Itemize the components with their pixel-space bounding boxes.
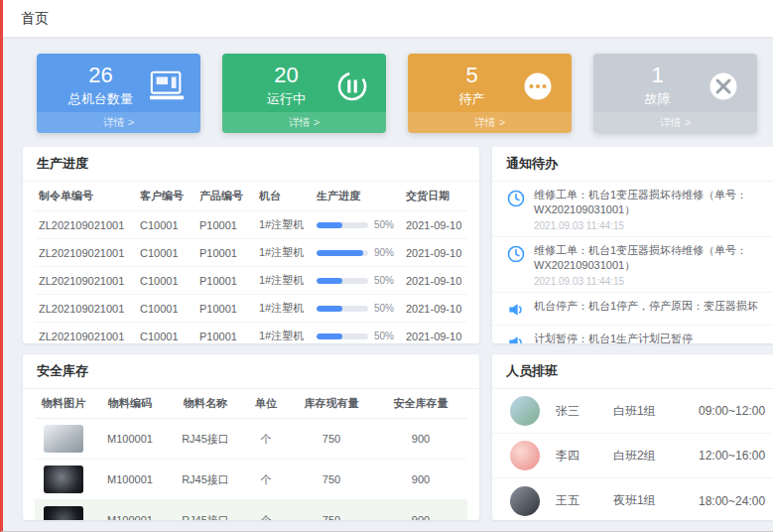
staff-shift: 夜班1组: [613, 492, 699, 509]
notification-content: 机台停产：机台1停产，停产原因：变压器损坏: [534, 299, 758, 320]
progress-track: [317, 250, 368, 256]
progress-label: 50%: [374, 219, 394, 230]
speaker-icon: [506, 300, 526, 320]
stat-card-info: 5 待产: [424, 64, 520, 108]
column-header: 库存现有量: [289, 389, 374, 419]
speaker-icon: [506, 332, 526, 343]
panel-title: 安全库存: [23, 354, 479, 389]
progress-fill: [317, 250, 363, 256]
table-header-row: 物料图片 物料编码 物料名称 单位 库存现有量 安全库存量: [35, 389, 467, 419]
cell-stock: 750: [289, 500, 374, 521]
cell-product: P10001: [195, 211, 255, 239]
cell-name: RJ45接口: [168, 500, 243, 521]
cell-material-image: [35, 419, 92, 460]
progress-track: [317, 306, 368, 312]
stat-label: 故障: [609, 90, 706, 108]
cell-date: 2021-09-10: [402, 239, 467, 267]
staff-schedule-panel: 人员排班 张三 白班1组 09:00~12:00 李四 白班2组 12:00~1…: [492, 354, 773, 520]
column-header: 制令单编号: [35, 182, 136, 211]
connector-photo: [44, 466, 83, 493]
main-content: 生产进度 制令单编号 客户编号 产品编号 机台 生产进度 交货日期 ZL2021: [3, 133, 773, 520]
column-header: 机台: [255, 182, 313, 211]
notification-item[interactable]: 维修工单：机台1变压器损坏待维修（单号：WX202109031001） 2021…: [492, 237, 773, 293]
cell-safety: 900: [374, 460, 467, 500]
cell-progress: 50%: [313, 267, 402, 295]
cell-name: RJ45接口: [168, 419, 243, 460]
stat-value: 1: [609, 64, 706, 87]
stat-card-fault[interactable]: 1 故障 详情 >: [593, 54, 757, 133]
cell-machine: 1#注塑机: [255, 295, 313, 323]
avatar: [510, 441, 540, 470]
stat-label: 运行中: [238, 90, 334, 108]
cell-progress: 90%: [313, 239, 402, 267]
column-header: 交货日期: [402, 182, 467, 211]
table-row: ZL202109021001 C10001 P10001 1#注塑机 50% 2…: [35, 295, 467, 323]
stat-card-body: 20 运行中: [222, 54, 386, 112]
cell-progress: 50%: [313, 211, 402, 239]
notification-item[interactable]: 计划暂停：机台1生产计划已暂停 2021.09.03 11:44:15: [492, 326, 773, 343]
detail-link[interactable]: 详情 >: [593, 112, 757, 133]
cell-customer: C10001: [136, 211, 195, 239]
table-row: M100001 RJ45接口 个 750 900: [35, 419, 467, 460]
progress-label: 50%: [374, 275, 394, 286]
cell-customer: C10001: [136, 295, 195, 323]
notification-item[interactable]: 机台停产：机台1停产，停产原因：变压器损坏: [492, 293, 773, 326]
detail-link[interactable]: 详情 >: [222, 112, 386, 133]
progress-fill: [317, 333, 342, 339]
production-progress-panel: 生产进度 制令单编号 客户编号 产品编号 机台 生产进度 交货日期 ZL2021: [23, 147, 479, 343]
stat-card-info: 1 故障: [609, 64, 706, 108]
avatar: [510, 486, 540, 516]
staff-shift: 白班1组: [613, 403, 699, 420]
notification-time: 2021.09.03 11:44:15: [534, 220, 773, 231]
stat-value: 20: [238, 64, 334, 87]
column-header: 物料名称: [168, 389, 243, 419]
table-row: ZL202109021001 C10001 P10001 1#注塑机 50% 2…: [35, 211, 467, 239]
progress-bar: 90%: [317, 247, 398, 258]
cell-order: ZL202109021001: [35, 295, 136, 323]
column-header: 生产进度: [313, 182, 402, 211]
notification-time: 2021.09.03 11:44:15: [534, 276, 773, 287]
cell-machine: 1#注塑机: [255, 323, 313, 344]
cell-safety: 900: [374, 500, 467, 521]
cell-date: 2021-09-10: [402, 267, 467, 295]
cell-code: M100001: [92, 460, 168, 500]
stat-card-info: 20 运行中: [238, 64, 334, 108]
cell-product: P10001: [195, 295, 255, 323]
stat-value: 26: [53, 64, 149, 87]
progress-bar: 50%: [317, 219, 398, 230]
notification-content: 计划暂停：机台1生产计划已暂停 2021.09.03 11:44:15: [534, 332, 693, 343]
staff-row: 王五 夜班1组 18:00~24:00: [492, 478, 773, 520]
cell-unit: 个: [243, 500, 289, 521]
notification-item[interactable]: 维修工单：机台1变压器损坏待维修（单号：WX202109031001） 2021…: [492, 182, 773, 237]
notifications-panel: 通知待办 维修工单：机台1变压器损坏待维修（单号：WX202109031001）…: [492, 147, 773, 343]
cell-order: ZL202109021001: [35, 211, 136, 239]
staff-time: 18:00~24:00: [699, 494, 773, 508]
progress-label: 50%: [374, 303, 394, 314]
tab-home[interactable]: 首页: [21, 10, 49, 28]
production-table: 制令单编号 客户编号 产品编号 机台 生产进度 交货日期 ZL202109021…: [35, 182, 467, 343]
notification-content: 维修工单：机台1变压器损坏待维修（单号：WX202109031001） 2021…: [534, 188, 773, 231]
detail-link[interactable]: 详情 >: [37, 112, 200, 133]
stat-card-waiting[interactable]: 5 待产 详情 >: [408, 54, 572, 133]
progress-bar: 50%: [317, 303, 398, 314]
stat-card-running[interactable]: 20 运行中 详情 >: [222, 54, 386, 133]
cell-product: P10001: [195, 323, 255, 344]
cell-name: RJ45接口: [168, 460, 243, 500]
stat-card-body: 26 总机台数量: [37, 54, 200, 112]
staff-name: 李四: [556, 448, 613, 465]
cell-unit: 个: [243, 419, 289, 460]
notification-text: 机台停产：机台1停产，停产原因：变压器损坏: [534, 299, 758, 314]
cell-stock: 750: [289, 419, 374, 460]
staff-name: 张三: [556, 403, 613, 420]
detail-link[interactable]: 详情 >: [408, 112, 572, 133]
panel-title: 通知待办: [492, 147, 773, 182]
clock-icon: [506, 244, 526, 264]
cell-material-image: [35, 460, 92, 500]
progress-label: 50%: [374, 331, 394, 341]
stat-label: 总机台数量: [53, 90, 149, 108]
column-header: 安全库存量: [374, 389, 467, 419]
cell-progress: 50%: [313, 295, 402, 323]
column-header: 单位: [243, 389, 289, 419]
cell-progress: 50%: [313, 323, 402, 344]
stat-card-total-machines[interactable]: 26 总机台数量 详情 >: [37, 54, 200, 133]
